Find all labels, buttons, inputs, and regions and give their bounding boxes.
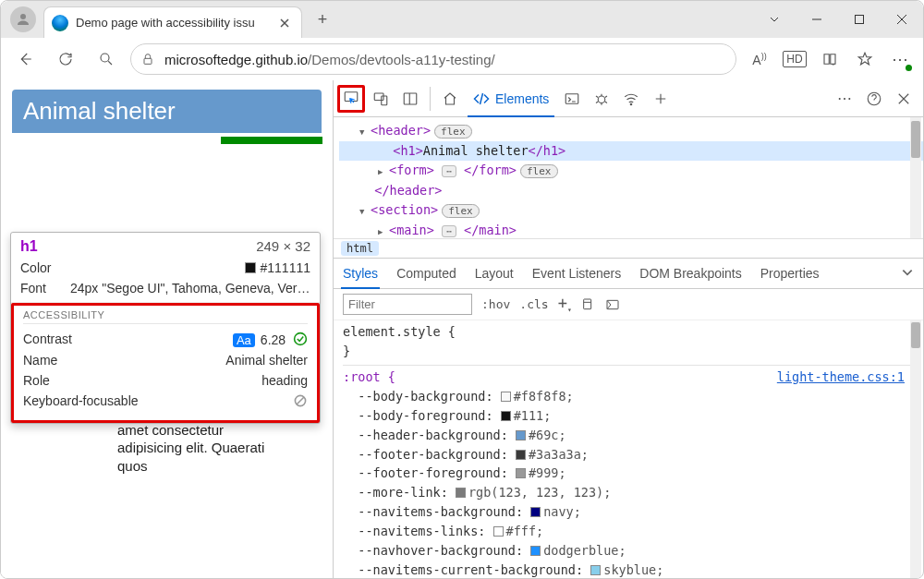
- url-text: microsoftedge.github.io/Demos/devtools-a…: [164, 52, 495, 67]
- window-titlebar: Demo page with accessibility issu +: [1, 1, 923, 38]
- close-tab-icon[interactable]: [277, 16, 292, 30]
- read-aloud-icon[interactable]: A)): [744, 43, 775, 75]
- devtools-menu-icon[interactable]: ⋯: [831, 85, 858, 113]
- inspect-font-label: Font: [20, 281, 46, 296]
- minimize-button[interactable]: [796, 1, 838, 38]
- css-var-row[interactable]: --navhover-background: dodgerblue;: [343, 541, 914, 561]
- tab-styles[interactable]: Styles: [343, 258, 378, 289]
- kbd-label: Keyboard-focusable: [23, 393, 139, 408]
- green-bar: [221, 137, 322, 144]
- role-label: Role: [23, 373, 50, 388]
- role-value: heading: [261, 373, 308, 388]
- device-toggle-icon[interactable]: [367, 85, 395, 113]
- favorite-icon[interactable]: [849, 43, 881, 75]
- chevron-down-icon[interactable]: [901, 266, 914, 282]
- window-caret-icon[interactable]: [753, 1, 796, 38]
- css-var-row[interactable]: --navitems-current-background: skyblue;: [343, 561, 914, 579]
- computed-styles-icon[interactable]: [581, 297, 596, 312]
- tab-event-listeners[interactable]: Event Listeners: [532, 258, 622, 289]
- address-bar[interactable]: microsoftedge.github.io/Demos/devtools-a…: [130, 43, 736, 75]
- devtools: Elements ⋯ <header>flex <h1>Animal shelt…: [334, 80, 923, 579]
- hov-toggle[interactable]: :hov: [481, 297, 510, 311]
- page-heading: Animal shelter: [12, 90, 322, 133]
- welcome-icon[interactable]: [436, 85, 464, 113]
- svg-rect-3: [144, 58, 152, 64]
- new-style-rule-icon[interactable]: +▾: [558, 294, 572, 314]
- css-var-row[interactable]: --footer-background: #3a3a3a;: [343, 445, 914, 464]
- layout-pane-icon[interactable]: [605, 297, 620, 312]
- styles-toolbar: :hov .cls +▾: [334, 289, 923, 320]
- svg-rect-14: [583, 299, 590, 309]
- maximize-button[interactable]: [838, 1, 881, 38]
- css-rules[interactable]: element.style { } :root {light-theme.css…: [334, 320, 923, 579]
- accessibility-section-highlight: Accessibility Contrast Aa6.28 NameAnimal…: [11, 303, 320, 423]
- hd-icon[interactable]: HD: [779, 43, 810, 75]
- svg-rect-10: [566, 93, 579, 103]
- help-icon[interactable]: [860, 85, 888, 113]
- tab-dom-breakpoints[interactable]: DOM Breakpoints: [639, 258, 741, 289]
- inspect-dims: 249 × 32: [256, 238, 310, 254]
- name-label: Name: [23, 353, 57, 368]
- css-var-row[interactable]: --footer-foreground: #999;: [343, 464, 914, 483]
- inspect-color-label: Color: [20, 260, 51, 275]
- inspect-color-value: #111111: [245, 260, 310, 275]
- css-var-row[interactable]: --body-foreground: #111;: [343, 406, 914, 426]
- browser-tab[interactable]: Demo page with accessibility issu: [43, 6, 302, 38]
- page-preview: Animal shelter Sheep Horses Alpacas Help…: [1, 80, 334, 579]
- edge-icon: [52, 15, 68, 31]
- code-icon: [473, 90, 490, 107]
- css-var-row[interactable]: --navitems-background: navy;: [343, 502, 914, 522]
- close-devtools-icon[interactable]: [890, 85, 918, 113]
- window-controls: [753, 1, 923, 38]
- filter-input[interactable]: [343, 294, 472, 315]
- svg-point-12: [631, 103, 633, 105]
- css-var-row[interactable]: --body-background: #f8f8f8;: [343, 387, 914, 406]
- inspect-overlay: h1 249 × 32 Color #111111 Font 24px "Seg…: [10, 232, 321, 424]
- css-var-row[interactable]: --navitems-links: #fff;: [343, 522, 914, 541]
- svg-point-11: [599, 96, 606, 103]
- a11y-heading: Accessibility: [23, 309, 308, 320]
- console-icon[interactable]: [558, 85, 586, 113]
- elements-tab[interactable]: Elements: [466, 80, 556, 117]
- tab-layout[interactable]: Layout: [475, 258, 514, 289]
- menu-icon[interactable]: ⋯: [884, 43, 916, 75]
- panel-layout-icon[interactable]: [396, 85, 424, 113]
- svg-point-4: [295, 333, 307, 345]
- denied-icon: [293, 393, 308, 408]
- check-icon: [293, 332, 308, 346]
- tab-title: Demo page with accessibility issu: [76, 16, 272, 30]
- dom-tree[interactable]: <header>flex <h1>Animal shelter</h1> <fo…: [334, 117, 923, 238]
- browser-toolbar: microsoftedge.github.io/Demos/devtools-a…: [1, 38, 923, 80]
- reader-icon[interactable]: [814, 43, 845, 75]
- more-tabs-icon[interactable]: [647, 85, 675, 113]
- profile-icon[interactable]: [10, 6, 36, 32]
- source-link[interactable]: light-theme.css:1: [777, 368, 905, 387]
- inspect-font-value: 24px "Segoe UI", Tahoma, Geneva, Verd…: [70, 281, 310, 296]
- contrast-label: Contrast: [23, 332, 72, 347]
- cls-toggle[interactable]: .cls: [519, 297, 548, 311]
- svg-rect-9: [404, 93, 417, 104]
- refresh-button[interactable]: [49, 42, 82, 76]
- inspect-button-highlight[interactable]: [337, 85, 365, 113]
- bug-icon[interactable]: [588, 85, 615, 113]
- contrast-value: Aa6.28: [233, 332, 308, 347]
- dom-breadcrumb[interactable]: html: [334, 238, 923, 258]
- styles-tabs: Styles Computed Layout Event Listeners D…: [334, 258, 923, 289]
- network-icon[interactable]: [617, 85, 645, 113]
- new-tab-button[interactable]: +: [308, 5, 337, 34]
- svg-point-2: [101, 54, 109, 62]
- inspect-tag: h1: [20, 238, 38, 255]
- back-button[interactable]: [8, 42, 42, 76]
- css-var-row[interactable]: --header-background: #69c;: [343, 426, 914, 445]
- lock-icon: [140, 52, 155, 66]
- tab-properties[interactable]: Properties: [760, 258, 820, 289]
- svg-point-0: [20, 14, 26, 19]
- devtools-toolbar: Elements ⋯: [334, 80, 923, 117]
- search-icon[interactable]: [90, 42, 123, 76]
- h1-node[interactable]: <h1>Animal shelter</h1>: [339, 141, 923, 162]
- close-window-button[interactable]: [881, 1, 923, 38]
- tab-computed[interactable]: Computed: [396, 258, 456, 289]
- name-value: Animal shelter: [225, 353, 308, 368]
- svg-rect-1: [856, 16, 864, 24]
- css-var-row[interactable]: --more-link: rgb(123, 123, 123);: [343, 483, 914, 502]
